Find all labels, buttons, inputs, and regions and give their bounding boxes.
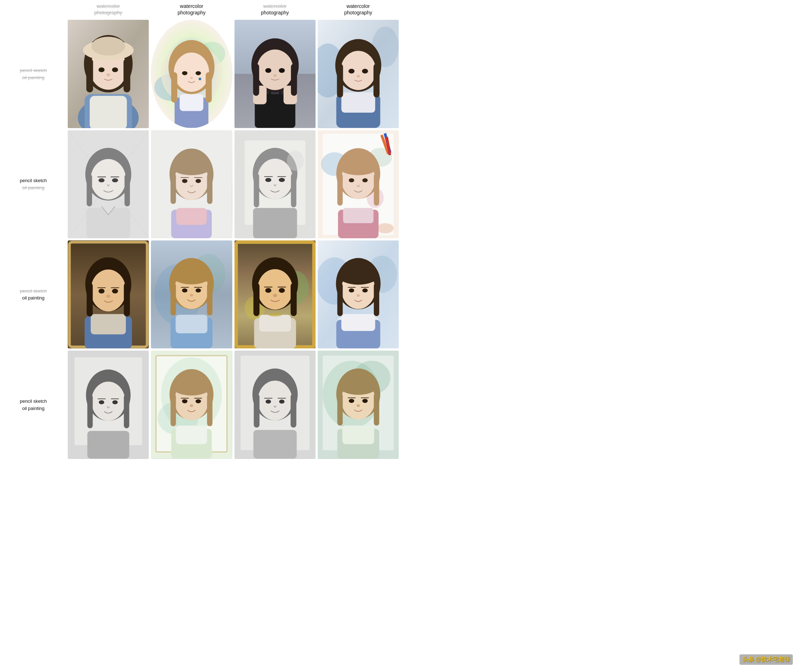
svg-point-36 (257, 50, 293, 90)
col4-label: watercolorphotography (344, 3, 372, 16)
svg-rect-79 (207, 173, 213, 204)
svg-rect-208 (253, 394, 259, 427)
svg-rect-91 (291, 173, 296, 207)
svg-point-101 (377, 223, 394, 233)
svg-point-51 (348, 69, 354, 74)
svg-rect-48 (341, 93, 375, 113)
svg-point-27 (199, 78, 202, 81)
col2-label: watercolorphotography (178, 3, 206, 16)
svg-rect-103 (343, 208, 373, 223)
row4-col2-image (151, 350, 232, 459)
svg-point-75 (196, 179, 201, 183)
row1-label2: oil painting (22, 74, 44, 82)
svg-rect-108 (337, 173, 343, 205)
svg-rect-168 (337, 283, 343, 316)
svg-point-52 (362, 69, 368, 74)
svg-point-219 (362, 399, 368, 403)
svg-rect-55 (374, 64, 380, 98)
svg-rect-42 (253, 64, 259, 96)
svg-point-10 (112, 68, 118, 72)
main-grid: watercolorphotography watercolorphotogra… (0, 0, 400, 460)
svg-point-191 (182, 400, 188, 403)
row2-label2: oil painting (22, 184, 44, 192)
svg-point-11 (107, 74, 110, 77)
svg-point-74 (182, 179, 188, 183)
svg-rect-197 (207, 394, 213, 426)
row4-col3-image (234, 350, 316, 459)
row2-col1-image (68, 130, 149, 238)
svg-point-222 (357, 405, 360, 408)
svg-rect-13 (123, 59, 130, 93)
svg-point-87 (279, 178, 285, 182)
svg-point-164 (362, 288, 368, 292)
svg-point-145 (268, 313, 282, 317)
row1-col4-image (318, 20, 399, 128)
svg-rect-114 (91, 314, 126, 334)
svg-point-175 (91, 382, 125, 421)
svg-point-152 (273, 294, 277, 297)
svg-rect-90 (253, 173, 259, 207)
row3-col3-cell (233, 239, 317, 349)
row3-col1-image (68, 240, 149, 349)
svg-rect-12 (87, 59, 93, 93)
row1-col3-cell (233, 19, 317, 129)
svg-point-147 (257, 269, 292, 310)
svg-point-170 (338, 267, 378, 285)
svg-rect-128 (176, 315, 207, 334)
svg-point-167 (357, 294, 360, 297)
row3-col1-cell (67, 239, 150, 349)
svg-point-61 (91, 159, 126, 199)
svg-point-149 (279, 288, 285, 293)
svg-rect-67 (125, 174, 130, 206)
row4-label1: pencil sketch (20, 398, 47, 405)
svg-point-205 (279, 400, 284, 403)
svg-point-86 (265, 178, 271, 182)
row2-label1: pencil sketch (20, 177, 47, 184)
row2-col3-image (234, 130, 316, 238)
svg-rect-188 (176, 426, 207, 445)
svg-point-118 (112, 289, 118, 293)
col2-header: watercolorphotography (150, 0, 233, 19)
col1-label: watercolorphotography (95, 3, 122, 16)
svg-rect-181 (124, 395, 129, 428)
row4-label-cell: pencil sketch oil painting (0, 349, 67, 460)
svg-rect-19 (180, 94, 204, 111)
svg-point-138 (172, 267, 211, 284)
svg-rect-123 (124, 283, 130, 317)
row4-col2-cell (150, 349, 233, 460)
svg-point-116 (91, 270, 126, 311)
row2-col4-image (318, 130, 399, 238)
svg-point-63 (112, 178, 118, 182)
row3-label-cell: pencil sketch oil painting (0, 239, 67, 349)
svg-rect-144 (259, 315, 291, 332)
svg-rect-122 (87, 283, 93, 317)
svg-point-198 (172, 378, 211, 395)
row1-col1-image (68, 20, 149, 128)
svg-point-85 (257, 159, 292, 199)
svg-point-135 (190, 294, 193, 297)
col1-header: watercolorphotography (67, 0, 150, 19)
row2-col2-cell (150, 129, 233, 239)
svg-point-225 (339, 378, 377, 395)
svg-point-50 (341, 51, 376, 90)
row3-col2-image (151, 240, 232, 349)
row4-col4-cell (317, 349, 400, 460)
svg-rect-196 (171, 394, 176, 426)
row4-col4-image (318, 350, 399, 459)
row3-label1: pencil sketch (20, 288, 47, 295)
svg-rect-136 (171, 283, 176, 315)
row1-col2-cell (150, 19, 233, 129)
svg-rect-173 (87, 431, 129, 459)
col3-label: watercolor photography (261, 3, 289, 16)
svg-rect-78 (171, 173, 176, 204)
svg-point-148 (265, 288, 271, 293)
svg-point-39 (273, 74, 276, 77)
row1-col1-cell (67, 19, 150, 129)
svg-rect-169 (374, 283, 379, 316)
svg-rect-153 (253, 283, 259, 316)
svg-rect-201 (253, 430, 297, 459)
svg-rect-215 (342, 426, 374, 445)
header-empty (0, 0, 67, 19)
svg-point-117 (98, 289, 104, 293)
svg-point-132 (196, 288, 201, 292)
